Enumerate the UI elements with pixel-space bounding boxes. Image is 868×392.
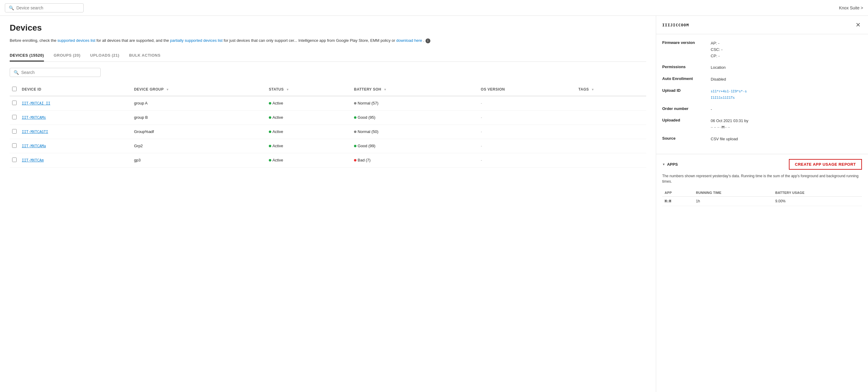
row-checkbox-cell	[10, 139, 20, 153]
select-all-header	[10, 83, 20, 96]
row-checkbox-3[interactable]	[12, 143, 17, 148]
app-table-row: H:H 1h 9.00%	[662, 196, 862, 206]
device-id-link-3[interactable]: IIT-MXTCAMa	[22, 144, 46, 148]
device-id-link-4[interactable]: IIT-MXTCAm	[22, 158, 44, 162]
device-id-link-2[interactable]: IIT-MXTCAGTI	[22, 130, 48, 134]
row-tags	[576, 153, 646, 167]
panel-field-label: Firmware version	[662, 40, 711, 45]
apps-title: ▼ APPS	[662, 162, 678, 167]
device-table: DEVICE ID DEVICE GROUP ▼ STATUS ▼ BATTER…	[10, 83, 646, 167]
panel-field-label: Uploaded	[662, 118, 711, 122]
row-tags	[576, 139, 646, 153]
battery-dot-3	[354, 145, 356, 147]
row-status: Active	[267, 139, 351, 153]
row-os-version: -	[478, 96, 576, 110]
apps-col-app: APP	[662, 189, 693, 197]
row-checkbox-cell	[10, 125, 20, 139]
table-search-input[interactable]	[21, 70, 97, 75]
row-checkbox-cell	[10, 110, 20, 125]
table-row[interactable]: IIT-MXTCAI II group A Active Normal (57)…	[10, 96, 646, 110]
search-row: 🔍	[10, 68, 646, 77]
row-device-id: IIT-MXTCAGTI	[20, 125, 131, 139]
info-icon[interactable]: i	[426, 38, 430, 43]
row-checkbox-2[interactable]	[12, 129, 17, 134]
create-app-usage-report-button[interactable]: CREATE APP USAGE REPORT	[789, 159, 862, 170]
battery-dot-4	[354, 159, 356, 161]
tab-devices[interactable]: DEVICES (15520)	[10, 50, 44, 62]
col-header-os: OS VERSION	[478, 83, 576, 96]
partially-supported-link[interactable]: partially supported devices list	[170, 38, 222, 43]
panel-field-value: Disabled	[711, 76, 726, 83]
apps-table: APP RUNNING TIME BATTERY USAGE H:H 1h 9.…	[662, 189, 862, 206]
supported-devices-link[interactable]: supported devices list	[58, 38, 95, 43]
panel-field-row: Firmware versionAP: -CSC: -CP: -	[662, 40, 862, 59]
nav-breadcrumb: Knox Suite >	[839, 5, 863, 10]
select-all-checkbox[interactable]	[12, 87, 17, 91]
col-header-device-group: DEVICE GROUP ▼	[131, 83, 267, 96]
tab-groups[interactable]: GROUPS (20)	[54, 50, 81, 62]
row-battery: Normal (57)	[351, 96, 478, 110]
panel-fields: Firmware versionAP: -CSC: -CP: -Permissi…	[656, 34, 868, 154]
tab-bulk-actions[interactable]: BULK ACTIONS	[129, 50, 161, 62]
table-row[interactable]: IIT-MXTCAm gp3 Active Bad (7) -	[10, 153, 646, 167]
panel-field-value: CSV file upload	[711, 136, 738, 142]
app-battery-usage: 9.00%	[773, 196, 862, 206]
top-nav: 🔍 Knox Suite >	[0, 0, 868, 16]
panel-field-row: Auto EnrollmentDisabled	[662, 76, 862, 83]
row-checkbox-1[interactable]	[12, 115, 17, 119]
battery-filter-icon[interactable]: ▼	[384, 88, 387, 91]
row-os-version: -	[478, 125, 576, 139]
upload-id-link[interactable]: I1I11s11I1Ts	[711, 96, 735, 100]
panel-field-label: Order number	[662, 106, 711, 111]
col-header-battery: BATTERY SOH ▼	[351, 83, 478, 96]
apps-chevron-icon[interactable]: ▼	[662, 163, 665, 166]
col-header-device-id: DEVICE ID	[20, 83, 131, 96]
row-tags	[576, 110, 646, 125]
panel-device-id: IIIJICCOOM	[662, 23, 689, 27]
tags-filter-icon[interactable]: ▼	[591, 88, 594, 91]
table-row[interactable]: IIT-MXTCAGTI Group%adf Active Normal (50…	[10, 125, 646, 139]
table-search-bar[interactable]: 🔍	[10, 68, 101, 77]
right-panel: IIIJICCOOM ✕ Firmware versionAP: -CSC: -…	[656, 16, 868, 392]
table-row[interactable]: IIT-MXTCAMs group B Active Good (95) -	[10, 110, 646, 125]
device-id-link-0[interactable]: IIT-MXTCAI II	[22, 101, 50, 105]
row-os-version: -	[478, 153, 576, 167]
panel-field-row: Uploaded06 Oct 2021 03:31 by·· ·· ·· ·Ħ·…	[662, 118, 862, 131]
status-filter-icon[interactable]: ▼	[286, 88, 289, 91]
row-device-id: IIT-MXTCAm	[20, 153, 131, 167]
battery-dot-0	[354, 102, 356, 104]
close-panel-button[interactable]: ✕	[855, 20, 862, 30]
row-checkbox-0[interactable]	[12, 101, 17, 105]
panel-field-row: Order number-	[662, 106, 862, 113]
left-content: Devices Before enrolling, check the supp…	[0, 16, 656, 392]
row-checkbox-cell	[10, 96, 20, 110]
tab-uploads[interactable]: UPLOADS (21)	[90, 50, 119, 62]
panel-field-value: AP: -CSC: -CP: -	[711, 40, 722, 59]
status-dot-4	[269, 159, 271, 161]
panel-field-label: Permissions	[662, 65, 711, 69]
row-device-id: IIT-MXTCAMs	[20, 110, 131, 125]
panel-field-value: -	[711, 106, 712, 113]
tabs-bar: DEVICES (15520) GROUPS (20) UPLOADS (21)…	[10, 50, 646, 62]
apps-header: ▼ APPS CREATE APP USAGE REPORT	[662, 159, 862, 170]
row-os-version: -	[478, 139, 576, 153]
row-battery: Good (95)	[351, 110, 478, 125]
panel-field-value: Location	[711, 65, 725, 71]
status-dot-0	[269, 102, 271, 104]
row-checkbox-4[interactable]	[12, 158, 17, 162]
table-row[interactable]: IIT-MXTCAMa Grp2 Active Good (99) -	[10, 139, 646, 153]
row-status: Active	[267, 153, 351, 167]
row-battery: Bad (7)	[351, 153, 478, 167]
apps-col-battery-usage: BATTERY USAGE	[773, 189, 862, 197]
col-header-tags: TAGS ▼	[576, 83, 646, 96]
panel-header: IIIJICCOOM ✕	[656, 16, 868, 34]
row-os-version: -	[478, 110, 576, 125]
device-id-link-1[interactable]: IIT-MXTCAMs	[22, 116, 46, 120]
apps-section: ▼ APPS CREATE APP USAGE REPORT The numbe…	[656, 154, 868, 211]
top-search-bar[interactable]: 🔍	[5, 3, 84, 12]
upload-id-link[interactable]: s11*r+4s1-1I9*s*-s	[711, 89, 747, 93]
device-group-filter-icon[interactable]: ▼	[166, 88, 169, 91]
device-search-input[interactable]	[17, 5, 80, 10]
status-dot-3	[269, 145, 271, 147]
download-here-link[interactable]: download here	[396, 38, 422, 43]
